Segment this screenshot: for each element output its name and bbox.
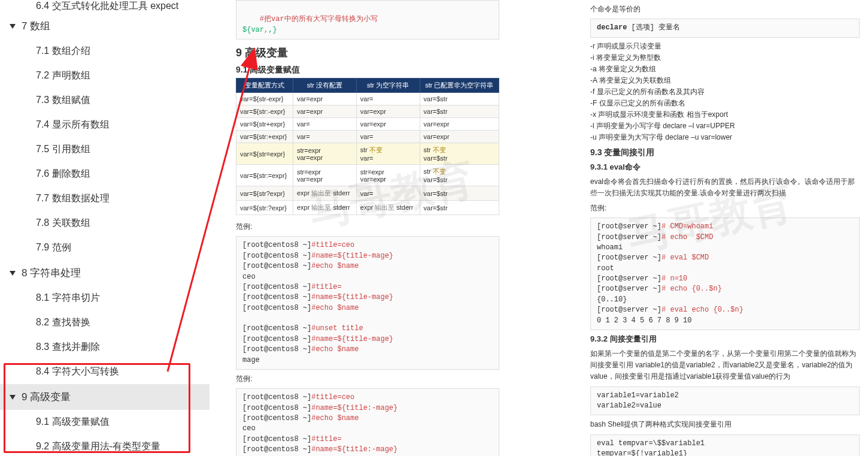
- table-cell: var=expr: [293, 93, 356, 105]
- table-cell: str 不变var=$str: [420, 143, 499, 165]
- toc-item-label: 7.6 删除数组: [36, 168, 90, 179]
- table-row: var=${str?expr}expr 输出至 stderrvar=var=$s…: [236, 186, 499, 201]
- declare-option: -l 声明变量为小写字母 declare –l var=UPPER: [590, 121, 860, 131]
- table-row: var=${str+expr}var=var=exprvar=expr: [236, 118, 499, 131]
- heading-9-3: 9.3 变量间接引用: [590, 147, 860, 158]
- toc-item[interactable]: 7.8 关联数组: [0, 211, 210, 235]
- table-row: var=${str=expr}str=exprvar=exprstr 不变var…: [236, 143, 499, 165]
- toc-item-label: 7.5 引用数组: [36, 144, 90, 154]
- declare-options-list: -r 声明或显示只读变量-i 将变量定义为整型数-a 将变量定义为数组-A 将变…: [590, 41, 860, 143]
- table-cell: var=$str: [420, 93, 499, 105]
- table-cell: str=exprvar=expr: [356, 165, 420, 186]
- top-paragraph: 个命令是等价的: [590, 4, 860, 15]
- table-cell: var=: [356, 186, 420, 201]
- toc-item[interactable]: 7.5 引用数组: [0, 137, 210, 162]
- bash-formats-line: bash Shell提供了两种格式实现间接变量引用: [590, 419, 860, 430]
- toc-item[interactable]: 6.4 交互式转化批处理工具 expect: [0, 0, 210, 13]
- table-header: str 已配置非为空字符串: [420, 78, 499, 93]
- toc-item[interactable]: 7.1 数组介绍: [0, 39, 210, 64]
- toc-item[interactable]: 7.7 数组数据处理: [0, 186, 210, 211]
- table-cell: var=$str: [420, 105, 499, 118]
- table-cell: var=${str:=expr}: [236, 165, 293, 186]
- table-cell: var=${str?expr}: [236, 186, 293, 201]
- heading-9-3-2: 9.3.2 间接变量引用: [590, 334, 860, 345]
- codebox-declare-syntax: declare [选项] 变量名: [590, 19, 860, 37]
- declare-option: -i 将变量定义为整型数: [590, 53, 860, 63]
- table-cell: var=expr: [420, 118, 499, 131]
- toc-item[interactable]: 7.4 显示所有数组: [0, 113, 210, 137]
- table-cell: var=${str:-expr}: [236, 105, 293, 118]
- toc-item-label: 7.8 关联数组: [36, 218, 90, 228]
- toc-item[interactable]: 9.1 高级变量赋值: [0, 410, 210, 434]
- toc-item[interactable]: 8.4 字符大小写转换: [0, 360, 210, 384]
- toc-item-label: 6.4 交互式转化批处理工具 expect: [36, 1, 178, 11]
- caret-down-icon: [10, 24, 16, 29]
- table-header: str 为空字符串: [356, 78, 420, 93]
- table-cell: expr 输出至 stderr: [293, 186, 356, 201]
- table-cell: str=exprvar=expr: [293, 165, 356, 186]
- toc-item[interactable]: 9 高级变量: [0, 384, 210, 410]
- table-cell: var=expr: [420, 131, 499, 143]
- table-row: var=${str:?expr}expr 输出至 stderrexpr 输出至 …: [236, 201, 499, 215]
- codebox-eval-example: [root@server ~]# CMD=whoami [root@server…: [590, 218, 860, 330]
- codebox-indirect-2: eval tempvar=\$$variable1 tempvar=${!var…: [590, 434, 860, 456]
- toc-item[interactable]: 8.1 字符串切片: [0, 286, 210, 310]
- toc-item-label: 7.1 数组介绍: [36, 46, 90, 56]
- toc-item[interactable]: 9.2 高级变量用法-有类型变量: [0, 434, 210, 456]
- toc-item-label: 8.4 字符大小写转换: [36, 366, 119, 376]
- toc-item[interactable]: 7 数组: [0, 13, 210, 39]
- declare-option: -r 声明或显示只读变量: [590, 41, 860, 52]
- toc-item[interactable]: 7.3 数组赋值: [0, 88, 210, 113]
- example-label: 范例:: [236, 221, 499, 232]
- content-column-right: 个命令是等价的 declare [选项] 变量名 -r 声明或显示只读变量-i …: [590, 0, 860, 456]
- table-header: 变量配置方式: [236, 78, 293, 93]
- toc-item-label: 9.2 高级变量用法-有类型变量: [36, 441, 160, 451]
- table-cell: var=: [356, 93, 420, 105]
- declare-option: -a 将变量定义为数组: [590, 64, 860, 74]
- toc-item[interactable]: 8.3 查找并删除: [0, 335, 210, 360]
- toc-item-label: 7.4 显示所有数组: [36, 119, 110, 129]
- toc-item[interactable]: 8.2 查找替换: [0, 310, 210, 335]
- toc-item[interactable]: 7.2 声明数组: [0, 64, 210, 88]
- caret-down-icon: [10, 395, 16, 400]
- toc-item[interactable]: 7.9 范例: [0, 235, 210, 260]
- table-cell: var=${str:+expr}: [236, 131, 293, 143]
- table-cell: var=${str:?expr}: [236, 201, 293, 215]
- declare-option: -x 声明或显示环境变量和函数 相当于export: [590, 110, 860, 120]
- toc-item-label: 7.3 数组赋值: [36, 95, 90, 105]
- table-cell: expr 输出至 stderr: [356, 201, 420, 215]
- caret-down-icon: [10, 271, 16, 276]
- table-row: var=${str:-expr}var=exprvar=exprvar=$str: [236, 105, 499, 118]
- declare-keyword: declare: [597, 23, 627, 32]
- table-cell: str 不变var=$str: [420, 165, 499, 186]
- toc-item-label: 7.7 数组数据处理: [36, 193, 110, 203]
- code-var: ${var,,}: [242, 26, 277, 34]
- toc-item-label: 7.9 范例: [36, 242, 71, 252]
- declare-option: -f 显示已定义的所有函数名及其内容: [590, 87, 860, 97]
- table-header: str 没有配置: [293, 78, 356, 93]
- declare-option: -A 将变量定义为关联数组: [590, 76, 860, 86]
- table-cell: var=${str+expr}: [236, 118, 293, 131]
- toc-item-label: 7 数组: [22, 20, 50, 32]
- toc-item-label: 8.1 字符串切片: [36, 292, 100, 303]
- heading-9-1: 9.1 高级变量赋值: [236, 65, 499, 76]
- toc-item-label: 8.3 查找并删除: [36, 342, 100, 352]
- table-cell: var=${str-expr}: [236, 93, 293, 105]
- toc-item-label: 9.1 高级变量赋值: [36, 416, 110, 427]
- declare-option: -u 声明变量为大写字母 declare –u var=lower: [590, 132, 860, 143]
- example-label-r1: 范例:: [590, 203, 860, 214]
- codebox-indirect-1: variable1=variable2 variable2=value: [590, 386, 860, 416]
- declare-rest: [选项] 变量名: [627, 23, 680, 32]
- content-column-mid: #把var中的所有大写字母转换为小写 ${var,,} 9 高级变量 9.1 高…: [236, 0, 499, 456]
- toc-item-label: 9 高级变量: [22, 391, 71, 403]
- toc-item[interactable]: 7.6 删除数组: [0, 162, 210, 186]
- toc-item[interactable]: 8 字符串处理: [0, 260, 210, 286]
- heading-9: 9 高级变量: [236, 46, 499, 60]
- table-cell: var=: [293, 131, 356, 143]
- table-cell: var=expr: [356, 105, 420, 118]
- table-cell: var=: [293, 118, 356, 131]
- declare-option: -F 仅显示已定义的所有函数名: [590, 98, 860, 108]
- table-cell: var=expr: [293, 105, 356, 118]
- toc-item-label: 8 字符串处理: [22, 267, 81, 279]
- toc-item-label: 8.2 查找替换: [36, 317, 90, 327]
